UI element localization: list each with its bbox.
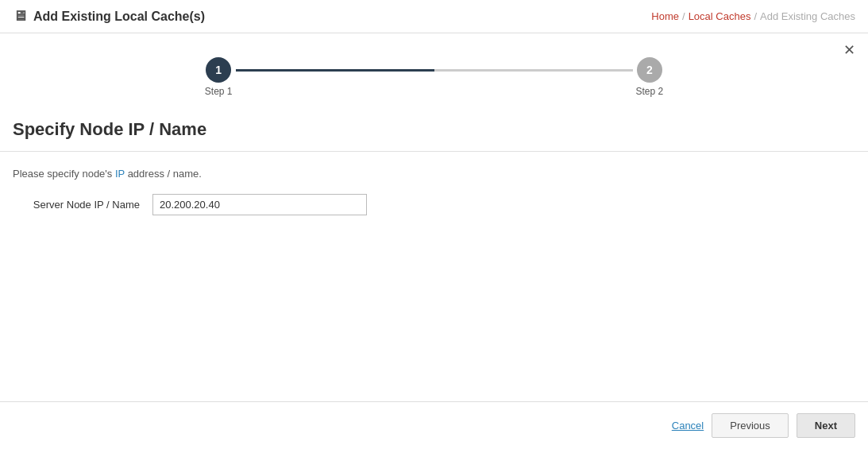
form-row: Server Node IP / Name [13,194,855,215]
section-heading: Specify Node IP / Name [0,105,868,152]
breadcrumb: Home / Local Caches / Add Existing Cache… [651,10,855,22]
step-line [236,69,633,72]
monitor-icon: 🖥 [13,8,27,25]
breadcrumb-current: Add Existing Caches [760,10,855,22]
breadcrumb-sep-1: / [682,10,685,22]
step-2-circle: 2 [637,57,662,83]
title-text: Add Existing Local Cache(s) [33,10,205,24]
previous-button[interactable]: Previous [712,413,789,438]
main-container: 🖥 Add Existing Local Cache(s) Home / Loc… [0,0,868,449]
step-1-circle: 1 [206,57,231,83]
breadcrumb-sep-2: / [754,10,757,22]
top-bar: 🖥 Add Existing Local Cache(s) Home / Loc… [0,0,868,33]
breadcrumb-local-caches[interactable]: Local Caches [689,10,751,22]
step-1-item: 1 Step 1 [205,57,233,97]
main-content: ✕ 1 Step 1 2 Step 2 Specify Node IP / Na… [0,33,868,401]
next-button[interactable]: Next [797,413,855,438]
step-line-empty [434,69,633,72]
server-node-label: Server Node IP / Name [13,199,140,211]
instruction-text: Please specify node's IP address / name. [13,168,855,180]
breadcrumb-home[interactable]: Home [651,10,679,22]
stepper: 1 Step 1 2 Step 2 [0,33,868,105]
page-title: 🖥 Add Existing Local Cache(s) [13,8,205,25]
server-node-input[interactable] [152,194,367,215]
step-line-filled [236,69,434,72]
instruction-highlight: IP [115,168,125,180]
form-area: Please specify node's IP address / name.… [0,152,868,241]
step-1-label: Step 1 [205,86,233,97]
step-2-label: Step 2 [636,86,664,97]
cancel-button[interactable]: Cancel [672,420,704,432]
footer: Cancel Previous Next [0,401,868,449]
step-2-item: 2 Step 2 [636,57,664,97]
